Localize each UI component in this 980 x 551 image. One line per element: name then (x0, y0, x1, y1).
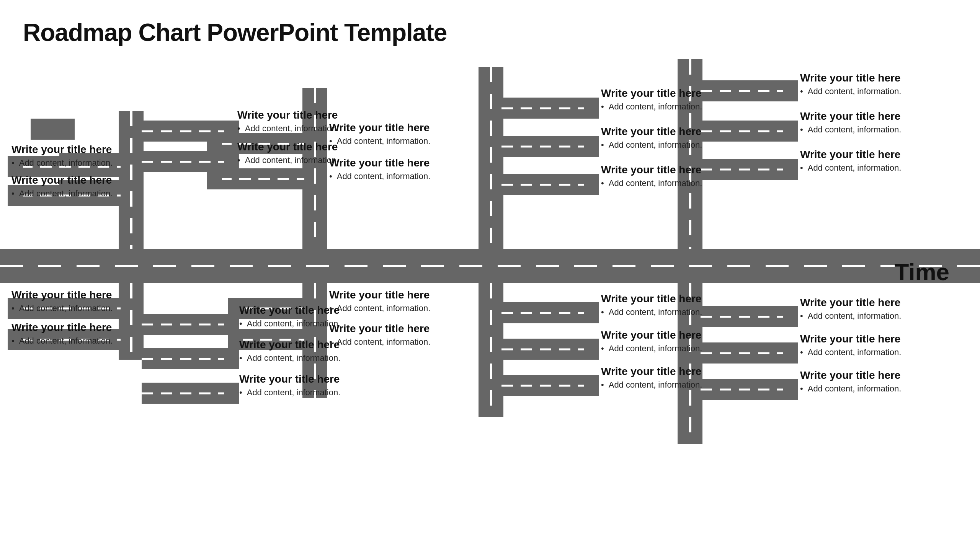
content-top-right1-1-title: Write your title here (601, 87, 746, 99)
v-road-3-up-dashes (490, 67, 492, 249)
content-bot-mid1-3-title: Write your title here (239, 373, 381, 385)
cap-top-right1-1 (584, 98, 599, 119)
content-bot-left-2-item: Add content, information. (11, 336, 138, 346)
content-top-farright-2: Write your title here Add content, infor… (800, 110, 938, 135)
v-road-3-down-dashes (490, 283, 492, 417)
content-bot-right1-1: Write your title here Add content, infor… (601, 293, 746, 317)
content-top-right1-1-item: Add content, information. (601, 102, 746, 112)
content-top-mid2-2-item: Add content, information. (329, 171, 471, 181)
content-top-right1-1: Write your title here Add content, infor… (601, 87, 746, 112)
content-bot-farright-2-item: Add content, information. (800, 347, 938, 357)
cap-bot-mid1-2 (224, 348, 239, 369)
content-top-left-2-title: Write your title here (11, 174, 138, 186)
time-label: Time (894, 258, 949, 285)
content-top-farright-3-title: Write your title here (800, 148, 938, 161)
content-bot-left-1-title: Write your title here (11, 289, 138, 301)
content-top-farright-1: Write your title here Add content, infor… (800, 72, 938, 96)
content-bot-mid2-2: Write your title here Add content, infor… (329, 323, 471, 347)
content-bot-mid1-3-item: Add content, information. (239, 388, 381, 398)
content-top-farright-1-title: Write your title here (800, 72, 938, 84)
cap-top-farright-2 (783, 121, 798, 142)
content-bot-right1-1-title: Write your title here (601, 293, 746, 305)
content-bot-mid2-1: Write your title here Add content, infor… (329, 289, 471, 313)
content-bot-mid1-2-item: Add content, information. (239, 353, 381, 363)
content-top-mid2-1: Write your title here Add content, infor… (329, 122, 471, 146)
content-top-mid2-2: Write your title here Add content, infor… (329, 157, 471, 181)
content-top-mid2-2-title: Write your title here (329, 157, 471, 169)
content-bot-right1-1-item: Add content, information. (601, 307, 746, 317)
h-arm-top-right1-3 (501, 174, 586, 195)
cap-top-mid2-1 (207, 133, 222, 154)
content-top-right1-2-item: Add content, information. (601, 140, 746, 150)
cap-top-right1-2 (584, 136, 599, 157)
content-bot-farright-3: Write your title here Add content, infor… (800, 369, 938, 394)
content-top-left-2-item: Add content, information. (11, 189, 138, 199)
h-arm-top-mid2-2 (220, 168, 304, 189)
cap-bot-right1-2 (584, 339, 599, 360)
h-arm-bot-mid1-2 (142, 348, 226, 369)
content-bot-mid2-1-item: Add content, information. (329, 303, 471, 313)
content-bot-right1-3: Write your title here Add content, infor… (601, 365, 746, 390)
content-bot-farright-3-item: Add content, information. (800, 384, 938, 394)
h-arm-bot-right1-1 (501, 302, 586, 323)
content-bot-farright-2-title: Write your title here (800, 333, 938, 345)
cap-top-farright-3 (783, 159, 798, 180)
content-bot-right1-2: Write your title here Add content, infor… (601, 329, 746, 354)
cap-bot-right1-3 (584, 375, 599, 396)
content-top-left-1-title: Write your title here (11, 143, 138, 156)
main-road (0, 249, 980, 283)
content-top-mid2-1-item: Add content, information. (329, 136, 471, 146)
content-top-right1-2-title: Write your title here (601, 126, 746, 138)
cap-bot-mid1-3 (224, 383, 239, 404)
h-arm-tm1-1 (31, 119, 75, 140)
cap-top-mid2-2 (207, 168, 222, 189)
v-road-3-down (479, 283, 503, 417)
content-bot-mid2-2-title: Write your title here (329, 323, 471, 335)
v-road-3-up (479, 67, 503, 249)
content-top-right1-3-item: Add content, information. (601, 178, 746, 188)
content-bot-farright-1: Write your title here Add content, infor… (800, 297, 938, 321)
content-bot-farright-1-title: Write your title here (800, 297, 938, 309)
cap-bot-farright-2 (783, 342, 798, 364)
cap-bot-farright-1 (783, 306, 798, 327)
h-arm-bot-mid1-1 (142, 314, 226, 335)
content-top-left-1: Write your title here Add content, infor… (11, 143, 138, 168)
content-bot-farright-3-title: Write your title here (800, 369, 938, 381)
content-top-left-1-item: Add content, information. (11, 158, 138, 168)
cap-top-right1-3 (584, 174, 599, 195)
content-top-farright-3: Write your title here Add content, infor… (800, 148, 938, 173)
content-bot-left-2-title: Write your title here (11, 321, 138, 334)
content-top-mid2-1-title: Write your title here (329, 122, 471, 134)
content-top-farright-2-item: Add content, information. (800, 125, 938, 135)
h-arm-bot-right1-2 (501, 339, 586, 360)
h-arm-top-right1-2 (501, 136, 586, 157)
page-title: Roadmap Chart PowerPoint Template (23, 18, 447, 47)
content-top-farright-3-item: Add content, information. (800, 163, 938, 173)
content-bot-mid2-1-title: Write your title here (329, 289, 471, 301)
content-bot-right1-3-item: Add content, information. (601, 380, 746, 390)
h-arm-bot-mid1-3 (142, 383, 226, 404)
content-top-right1-2: Write your title here Add content, infor… (601, 126, 746, 150)
content-top-right1-3-title: Write your title here (601, 164, 746, 176)
content-bot-right1-2-item: Add content, information. (601, 344, 746, 354)
content-bot-left-1: Write your title here Add content, infor… (11, 289, 138, 313)
h-arm-bot-right1-3 (501, 375, 586, 396)
content-bot-farright-2: Write your title here Add content, infor… (800, 333, 938, 357)
main-road-dashes (0, 265, 980, 267)
content-bot-mid1-3: Write your title here Add content, infor… (239, 373, 381, 398)
content-top-mid1-1-title: Write your title here (237, 109, 375, 121)
content-top-right1-3: Write your title here Add content, infor… (601, 164, 746, 188)
content-top-farright-1-item: Add content, information. (800, 86, 938, 96)
content-bot-farright-1-item: Add content, information. (800, 311, 938, 321)
content-bot-mid2-2-item: Add content, information. (329, 337, 471, 347)
content-bot-left-2: Write your title here Add content, infor… (11, 321, 138, 346)
h-arm-top-right1-1 (501, 98, 586, 119)
cap-bot-farright-3 (783, 379, 798, 400)
content-bot-right1-2-title: Write your title here (601, 329, 746, 341)
content-top-farright-2-title: Write your title here (800, 110, 938, 122)
content-bot-left-1-item: Add content, information. (11, 303, 138, 313)
content-bot-right1-3-title: Write your title here (601, 365, 746, 378)
content-top-left-2: Write your title here Add content, infor… (11, 174, 138, 199)
cap-top-farright-1 (783, 80, 798, 101)
cap-bot-right1-1 (584, 302, 599, 323)
